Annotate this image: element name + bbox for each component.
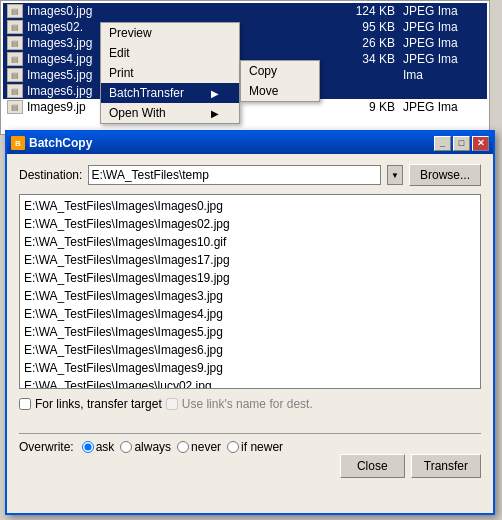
file-size: 124 KB xyxy=(343,4,403,18)
file-list-box: E:\WA_TestFiles\Images\Images0.jpgE:\WA_… xyxy=(19,194,481,389)
overwrite-label-always: always xyxy=(134,440,171,454)
file-item[interactable]: ▤Images3.jpg26 KBJPEG Ima xyxy=(3,35,487,51)
overwrite-radio-never[interactable] xyxy=(177,441,189,453)
for-links-label: For links, transfer target xyxy=(35,397,162,411)
file-size: 9 KB xyxy=(343,100,403,114)
transfer-button[interactable]: Transfer xyxy=(411,454,481,478)
submenu-arrow: ▶ xyxy=(211,88,219,99)
file-icon: ▤ xyxy=(7,100,23,114)
submenu: CopyMove xyxy=(240,60,320,102)
overwrite-option-ask: ask xyxy=(82,440,115,454)
file-name: Images0.jpg xyxy=(27,4,343,18)
dialog-file-item: E:\WA_TestFiles\Images\Images0.jpg xyxy=(24,197,476,215)
file-type: JPEG Ima xyxy=(403,100,483,114)
menu-label: Print xyxy=(109,66,134,80)
file-size: 26 KB xyxy=(343,36,403,50)
menu-item-batchtransfer[interactable]: BatchTransfer▶ xyxy=(101,83,239,103)
dialog-file-item: E:\WA_TestFiles\Images\Images19.jpg xyxy=(24,269,476,287)
overwrite-section: Overwrite: askalwaysneverif newer xyxy=(7,440,493,454)
file-icon: ▤ xyxy=(7,84,23,98)
file-size: 95 KB xyxy=(343,20,403,34)
dialog-file-item: E:\WA_TestFiles\Images\Images3.jpg xyxy=(24,287,476,305)
batch-copy-dialog: B BatchCopy _ □ ✕ Destination: ▼ Browse.… xyxy=(5,130,495,515)
overwrite-label: Overwrite: xyxy=(19,440,74,454)
destination-row: Destination: ▼ Browse... xyxy=(19,164,481,186)
dialog-file-item: E:\WA_TestFiles\Images\Images10.gif xyxy=(24,233,476,251)
overwrite-option-never: never xyxy=(177,440,221,454)
for-links-checkbox[interactable] xyxy=(19,398,31,410)
bottom-options: For links, transfer target Use link's na… xyxy=(19,397,481,411)
destination-dropdown[interactable]: ▼ xyxy=(387,165,403,185)
file-icon: ▤ xyxy=(7,20,23,34)
overwrite-radio-if-newer[interactable] xyxy=(227,441,239,453)
dialog-file-item: E:\WA_TestFiles\Images\Images6.jpg xyxy=(24,341,476,359)
file-icon: ▤ xyxy=(7,68,23,82)
overwrite-label-ask: ask xyxy=(96,440,115,454)
dialog-icon: B xyxy=(11,136,25,150)
menu-label: Preview xyxy=(109,26,152,40)
overwrite-radio-ask[interactable] xyxy=(82,441,94,453)
titlebar-buttons: _ □ ✕ xyxy=(434,136,489,151)
destination-input[interactable] xyxy=(88,165,381,185)
use-link-name-checkbox[interactable] xyxy=(166,398,178,410)
overwrite-label-if-newer: if newer xyxy=(241,440,283,454)
file-item[interactable]: ▤Images02.95 KBJPEG Ima xyxy=(3,19,487,35)
submenu-label: Move xyxy=(249,84,278,98)
menu-label: Edit xyxy=(109,46,130,60)
menu-item-open-with[interactable]: Open With▶ xyxy=(101,103,239,123)
file-size: 34 KB xyxy=(343,52,403,66)
dialog-footer: Close Transfer xyxy=(7,454,493,486)
menu-item-preview[interactable]: Preview xyxy=(101,23,239,43)
dialog-file-item: E:\WA_TestFiles\Images\Images5.jpg xyxy=(24,323,476,341)
file-icon: ▤ xyxy=(7,52,23,66)
menu-item-edit[interactable]: Edit xyxy=(101,43,239,63)
dialog-titlebar: B BatchCopy _ □ ✕ xyxy=(7,132,493,154)
file-type: JPEG Ima xyxy=(403,52,483,66)
minimize-button[interactable]: _ xyxy=(434,136,451,151)
submenu-label: Copy xyxy=(249,64,277,78)
dialog-file-item: E:\WA_TestFiles\Images\Images4.jpg xyxy=(24,305,476,323)
dialog-file-item: E:\WA_TestFiles\Images\Images17.jpg xyxy=(24,251,476,269)
overwrite-option-if-newer: if newer xyxy=(227,440,283,454)
dialog-file-item: E:\WA_TestFiles\Images\lucy02.jpg xyxy=(24,377,476,389)
dialog-title-left: B BatchCopy xyxy=(11,136,92,150)
overwrite-option-always: always xyxy=(120,440,171,454)
file-type: JPEG Ima xyxy=(403,36,483,50)
overwrite-row: Overwrite: askalwaysneverif newer xyxy=(19,440,481,454)
menu-label: BatchTransfer xyxy=(109,86,184,100)
menu-item-print[interactable]: Print xyxy=(101,63,239,83)
radio-group: askalwaysneverif newer xyxy=(82,440,283,454)
dialog-title: BatchCopy xyxy=(29,136,92,150)
dialog-file-item: E:\WA_TestFiles\Images\Images02.jpg xyxy=(24,215,476,233)
dialog-file-item: E:\WA_TestFiles\Images\Images9.jpg xyxy=(24,359,476,377)
browse-button[interactable]: Browse... xyxy=(409,164,481,186)
file-type: JPEG Ima xyxy=(403,4,483,18)
dialog-body: Destination: ▼ Browse... E:\WA_TestFiles… xyxy=(7,154,493,427)
maximize-button[interactable]: □ xyxy=(453,136,470,151)
submenu-arrow: ▶ xyxy=(211,108,219,119)
file-type: JPEG Ima xyxy=(403,20,483,34)
file-icon: ▤ xyxy=(7,4,23,18)
file-icon: ▤ xyxy=(7,36,23,50)
overwrite-label-never: never xyxy=(191,440,221,454)
destination-label: Destination: xyxy=(19,168,82,182)
use-link-name-label: Use link's name for dest. xyxy=(182,397,313,411)
file-type: Ima xyxy=(403,68,483,82)
close-dialog-button[interactable]: Close xyxy=(340,454,405,478)
overwrite-radio-always[interactable] xyxy=(120,441,132,453)
submenu-item-copy[interactable]: Copy xyxy=(241,61,319,81)
file-item[interactable]: ▤Images0.jpg124 KBJPEG Ima xyxy=(3,3,487,19)
close-button[interactable]: ✕ xyxy=(472,136,489,151)
context-menu: PreviewEditPrintBatchTransfer▶Open With▶ xyxy=(100,22,240,124)
checkbox-row-links: For links, transfer target Use link's na… xyxy=(19,397,481,411)
submenu-item-move[interactable]: Move xyxy=(241,81,319,101)
menu-label: Open With xyxy=(109,106,166,120)
separator xyxy=(19,433,481,434)
